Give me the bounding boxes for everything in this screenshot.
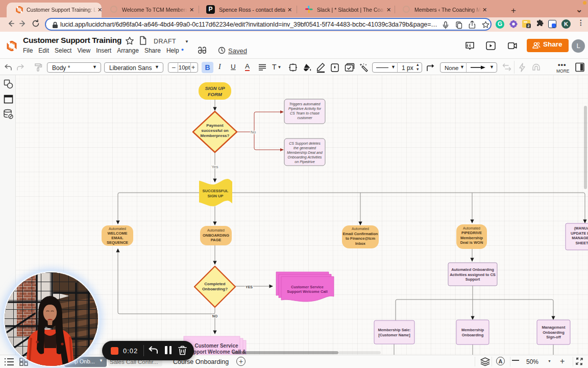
svg-text:UPDATE LIS: UPDATE LIS	[571, 231, 588, 236]
svg-text:Deal is WON: Deal is WON	[460, 240, 483, 245]
svg-text:Completed: Completed	[204, 282, 225, 286]
svg-text:Memberpress?: Memberpress?	[201, 133, 230, 138]
svg-text:Pipedrive Activity for: Pipedrive Activity for	[288, 107, 322, 111]
svg-text:No: No	[251, 130, 256, 134]
svg-text:Sign-off: Sign-off	[546, 335, 561, 339]
svg-text:the generated: the generated	[293, 146, 316, 150]
svg-text:MANAGEM: MANAGEM	[572, 236, 588, 240]
svg-text:Yes: Yes	[211, 165, 218, 169]
svg-text:customer: customer	[297, 116, 312, 120]
svg-text:SIGN UP: SIGN UP	[208, 194, 224, 198]
svg-text:CS Team to chase: CS Team to chase	[290, 111, 320, 116]
svg-text:SUCCESSFUL: SUCCESSFUL	[203, 189, 229, 193]
svg-text:(MANUA: (MANUA	[574, 226, 588, 231]
svg-text:Management: Management	[542, 325, 566, 330]
svg-text:Triggers automated: Triggers automated	[289, 102, 321, 106]
svg-text:SIGN UP: SIGN UP	[205, 85, 225, 91]
svg-text:YES: YES	[246, 285, 253, 289]
svg-text:Onboarding?: Onboarding?	[202, 287, 228, 291]
svg-text:PAGE: PAGE	[211, 238, 222, 242]
svg-text:ONBOARDING: ONBOARDING	[203, 233, 229, 238]
svg-text:Automated: Automated	[352, 227, 369, 231]
svg-text:Membership Deal and: Membership Deal and	[287, 151, 323, 155]
svg-text:Onboarding: Onboarding	[462, 333, 484, 337]
svg-text:CS Support deletes: CS Support deletes	[289, 142, 321, 146]
svg-text:Onboarding: Onboarding	[543, 330, 565, 335]
svg-text:[Customer Name]: [Customer Name]	[378, 333, 410, 337]
svg-text:Customer Service: Customer Service	[194, 343, 238, 349]
svg-text:Automated: Automated	[463, 226, 480, 230]
svg-text:Membership Sale:: Membership Sale:	[378, 328, 410, 332]
svg-text:Customer Service: Customer Service	[291, 285, 324, 289]
svg-text:successful on: successful on	[201, 128, 228, 133]
svg-text:Automated: Automated	[109, 227, 126, 231]
svg-text:Support Welcome Call: Support Welcome Call	[287, 289, 327, 294]
svg-text:Automated Onboarding: Automated Onboarding	[451, 267, 494, 272]
svg-text:Membership: Membership	[461, 328, 484, 332]
svg-text:WELCOME: WELCOME	[107, 231, 127, 236]
svg-text:Payment: Payment	[206, 123, 224, 128]
svg-text:EMAIL: EMAIL	[111, 236, 124, 240]
svg-text:Membership: Membership	[460, 236, 483, 240]
svg-text:NO: NO	[212, 314, 218, 318]
svg-text:FORM: FORM	[208, 91, 223, 97]
svg-text:SEQUENCE: SEQUENCE	[107, 240, 128, 245]
svg-text:on Pipedrive: on Pipedrive	[295, 160, 314, 164]
svg-text:Onboarding Activities: Onboarding Activities	[288, 155, 322, 159]
svg-text:Inbox: Inbox	[355, 241, 366, 246]
svg-text:Support: Support	[465, 277, 480, 282]
svg-text:SHEET: SHEET	[575, 241, 588, 245]
svg-text:Activities assigned to CS: Activities assigned to CS	[450, 272, 496, 277]
svg-text:Automated: Automated	[207, 228, 225, 232]
svg-text:Email Confirmation: Email Confirmation	[343, 232, 378, 236]
svg-text:to Finance@tcm: to Finance@tcm	[346, 236, 375, 241]
svg-text:PIPEDRIVE: PIPEDRIVE	[461, 231, 482, 235]
